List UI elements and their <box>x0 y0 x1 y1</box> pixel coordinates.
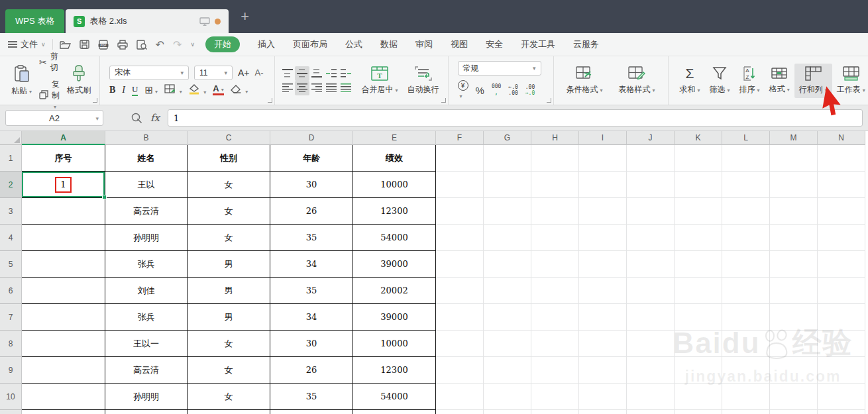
increase-indent-button[interactable] <box>339 66 353 81</box>
print-icon[interactable] <box>117 40 128 50</box>
cell-N2[interactable] <box>818 172 865 198</box>
cell-K11[interactable] <box>675 410 722 414</box>
cell-A5[interactable] <box>22 251 105 278</box>
currency-button[interactable]: ¥ <box>458 80 468 100</box>
cell-F11[interactable] <box>436 410 484 414</box>
shrink-font-button[interactable]: A- <box>255 68 264 78</box>
cell-K7[interactable] <box>675 304 722 331</box>
cell-M3[interactable] <box>770 198 818 225</box>
fill-color-button[interactable] <box>189 84 207 96</box>
number-group-expander[interactable] <box>547 98 551 103</box>
cell-H9[interactable] <box>531 357 579 384</box>
cell-C11[interactable] <box>188 410 270 414</box>
row-header-6[interactable]: 6 <box>0 278 22 304</box>
number-format-select[interactable]: 常规 ▾ <box>458 61 541 76</box>
file-menu-button[interactable]: 文件 ∨ <box>8 38 46 50</box>
increase-decimal-button[interactable]: ←.0.00 <box>508 84 517 96</box>
print-preview-icon[interactable] <box>136 40 147 50</box>
zoom-magnifier-icon[interactable] <box>131 113 142 124</box>
borders-button[interactable]: ⊞ <box>144 84 158 96</box>
cell-E9[interactable]: 12300 <box>353 357 436 384</box>
align-middle-button[interactable] <box>295 66 309 81</box>
sum-button[interactable]: Σ 求和 <box>675 64 705 98</box>
cell-L9[interactable] <box>722 357 770 384</box>
cell-M7[interactable] <box>770 304 818 331</box>
cell-G11[interactable] <box>484 410 531 414</box>
cell-H7[interactable] <box>531 304 579 331</box>
cell-I7[interactable] <box>579 304 627 331</box>
align-left-button[interactable] <box>280 81 295 95</box>
format-button[interactable]: 格式 <box>765 64 794 97</box>
cell-J3[interactable] <box>627 198 675 225</box>
cell-E1[interactable]: 绩效 <box>353 145 436 172</box>
cell-K5[interactable] <box>675 251 722 278</box>
row-header-2[interactable]: 2 <box>0 172 22 198</box>
cell-D7[interactable]: 34 <box>270 304 353 331</box>
cell-G3[interactable] <box>484 198 531 225</box>
cell-L7[interactable] <box>722 304 770 331</box>
cell-L6[interactable] <box>722 278 770 304</box>
select-all-corner[interactable] <box>0 131 22 145</box>
clipboard-group-expander[interactable] <box>93 98 97 103</box>
cell-B5[interactable]: 张兵 <box>105 251 188 278</box>
cell-J7[interactable] <box>627 304 675 331</box>
cell-G5[interactable] <box>484 251 531 278</box>
cell-F1[interactable] <box>436 145 484 172</box>
cell-I9[interactable] <box>579 357 627 384</box>
cell-C3[interactable]: 女 <box>188 198 270 225</box>
cell-D4[interactable]: 35 <box>270 225 353 251</box>
eraser-button[interactable] <box>231 85 248 95</box>
cell-B9[interactable]: 高云清 <box>105 357 188 384</box>
cell-B3[interactable]: 高云清 <box>105 198 188 225</box>
cell-H2[interactable] <box>531 172 579 198</box>
tab-data[interactable]: 数据 <box>380 38 398 50</box>
row-header-11[interactable]: 11 <box>0 410 22 414</box>
filter-button[interactable]: 筛选 <box>705 64 735 98</box>
cell-B10[interactable]: 孙明明 <box>105 384 188 410</box>
cell-K3[interactable] <box>675 198 722 225</box>
cell-D5[interactable]: 34 <box>270 251 353 278</box>
cell-I6[interactable] <box>579 278 627 304</box>
grow-font-button[interactable]: A+ <box>238 68 250 78</box>
cell-N5[interactable] <box>818 251 865 278</box>
distribute-button[interactable] <box>339 81 353 95</box>
cell-L8[interactable] <box>722 331 770 357</box>
merge-center-button[interactable]: T 合并居中 <box>357 64 403 98</box>
cell-H6[interactable] <box>531 278 579 304</box>
cell-M4[interactable] <box>770 225 818 251</box>
justify-button[interactable] <box>324 81 339 95</box>
column-header-E[interactable]: E <box>353 131 436 145</box>
cell-M9[interactable] <box>770 357 818 384</box>
cell-J1[interactable] <box>627 145 675 172</box>
cell-M6[interactable] <box>770 278 818 304</box>
sort-button[interactable]: A Z 排序 <box>735 64 765 98</box>
cell-J4[interactable] <box>627 225 675 251</box>
cell-F3[interactable] <box>436 198 484 225</box>
cell-F7[interactable] <box>436 304 484 331</box>
cell-K8[interactable] <box>675 331 722 357</box>
align-top-button[interactable] <box>280 66 295 81</box>
cell-J10[interactable] <box>627 384 675 410</box>
cell-K10[interactable] <box>675 384 722 410</box>
cell-C2[interactable]: 女 <box>188 172 270 198</box>
cell-C7[interactable]: 男 <box>188 304 270 331</box>
cell-J11[interactable] <box>627 410 675 414</box>
cell-E10[interactable]: 54000 <box>353 384 436 410</box>
cell-I10[interactable] <box>579 384 627 410</box>
cell-N6[interactable] <box>818 278 865 304</box>
cell-L1[interactable] <box>722 145 770 172</box>
cell-L3[interactable] <box>722 198 770 225</box>
wps-app-button[interactable]: WPS 表格 <box>5 9 64 33</box>
cell-H5[interactable] <box>531 251 579 278</box>
cell-K2[interactable] <box>675 172 722 198</box>
undo-icon[interactable]: ↶ <box>156 38 164 51</box>
row-header-5[interactable]: 5 <box>0 251 22 278</box>
cell-G6[interactable] <box>484 278 531 304</box>
cell-H1[interactable] <box>531 145 579 172</box>
cell-A3[interactable] <box>22 198 105 225</box>
cell-A2[interactable]: 1 <box>22 172 105 198</box>
cell-B6[interactable]: 刘佳 <box>105 278 188 304</box>
cell-E5[interactable]: 39000 <box>353 251 436 278</box>
column-header-G[interactable]: G <box>484 131 531 145</box>
tab-review[interactable]: 审阅 <box>415 38 433 50</box>
